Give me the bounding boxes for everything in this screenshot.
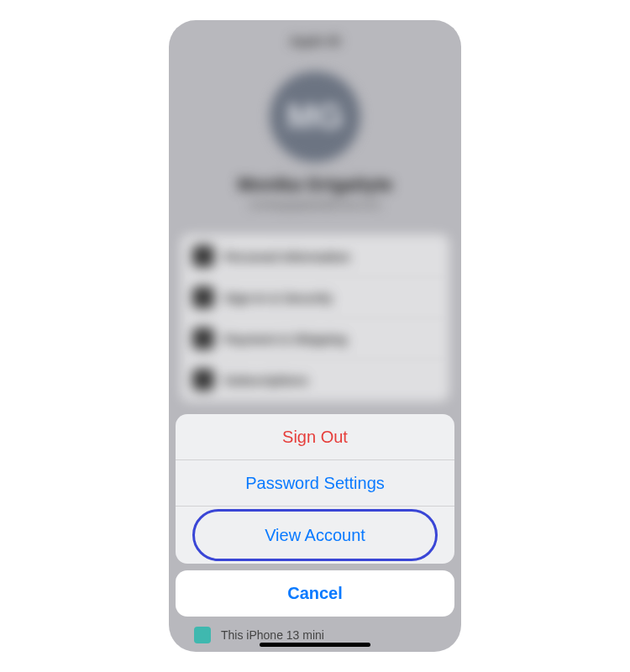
list-item: Sign-In & Security xyxy=(181,277,449,318)
subscriptions-icon xyxy=(192,369,214,391)
sign-out-button[interactable]: Sign Out xyxy=(176,414,454,460)
view-account-button[interactable]: View Account xyxy=(176,507,454,564)
list-item: Subscriptions xyxy=(181,360,449,400)
password-settings-button[interactable]: Password Settings xyxy=(176,460,454,507)
device-row-peek: This iPhone 13 mini xyxy=(176,623,454,652)
avatar: MG xyxy=(270,71,360,162)
action-sheet-group: Sign Out Password Settings View Account xyxy=(176,414,454,564)
list-item: Payment & Shipping xyxy=(181,318,449,360)
sign-out-label: Sign Out xyxy=(282,428,348,447)
payment-shipping-icon xyxy=(192,328,214,349)
cancel-button[interactable]: Cancel xyxy=(176,570,454,617)
list-item-label: Payment & Shipping xyxy=(224,332,347,346)
signin-security-icon xyxy=(192,286,214,308)
password-settings-label: Password Settings xyxy=(245,474,385,493)
list-item-label: Personal Information xyxy=(224,249,350,264)
list-item-label: Subscriptions xyxy=(224,373,308,387)
user-name: Monika Grigaityte xyxy=(169,174,461,196)
action-sheet: Sign Out Password Settings View Account … xyxy=(176,414,454,652)
device-icon xyxy=(194,627,211,643)
cancel-label: Cancel xyxy=(287,584,343,603)
phone-screen: Apple ID MG Monika Grigaityte monikagrig… xyxy=(169,20,461,652)
home-indicator[interactable] xyxy=(260,643,370,647)
list-item: Personal Information xyxy=(181,236,449,277)
list-item-label: Sign-In & Security xyxy=(224,291,333,305)
device-label: This iPhone 13 mini xyxy=(221,628,324,642)
avatar-initials: MG xyxy=(286,97,344,137)
settings-list: Personal Information Sign-In & Security … xyxy=(181,234,449,402)
page-title: Apple ID xyxy=(169,34,461,48)
view-account-label: View Account xyxy=(265,526,365,545)
user-email: monikagrigaityte@icloud.com xyxy=(169,199,461,211)
personal-info-icon xyxy=(192,245,214,267)
